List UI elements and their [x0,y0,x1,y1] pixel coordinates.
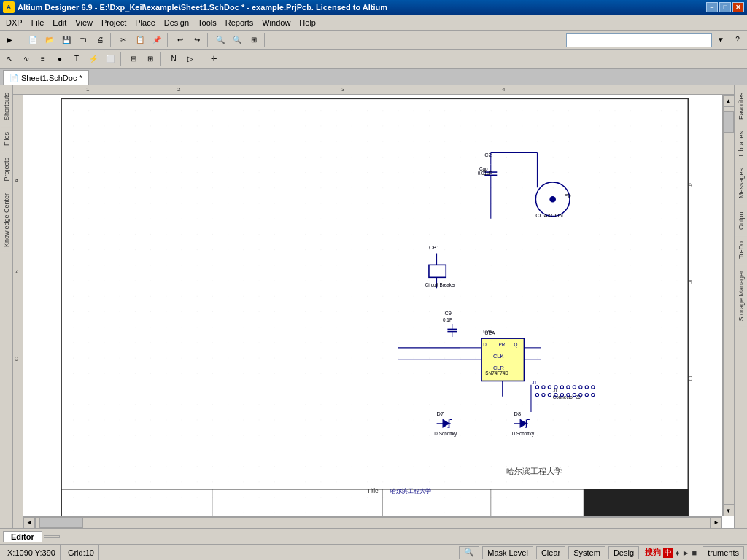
menu-item-edit[interactable]: Edit [48,17,71,28]
align-btn[interactable]: ⊟ [125,51,142,67]
sidebar-favorites[interactable]: Favorites [735,88,747,125]
svg-text:COAXCON: COAXCON [535,212,562,219]
tab-area: 📄 Sheet1.SchDoc * [0,69,747,85]
menu-item-dxp[interactable]: DXP [1,17,27,28]
dxp-button[interactable]: ▶ [1,32,18,48]
zoom-in-btn[interactable]: 🔍 [212,32,228,48]
sep-t4 [201,52,204,66]
junction-btn[interactable]: ● [52,51,68,67]
menu-item-view[interactable]: View [71,17,97,28]
hscroll-right-btn[interactable]: ► [711,517,722,529]
schematic[interactable]: A B C C2 Cap 0.01uF P0 [23,95,734,528]
new-btn[interactable]: 📄 [25,32,41,48]
sidebar-knowledge[interactable]: Knowledge Center [1,188,12,252]
cross-probe-btn[interactable]: ✛ [206,51,222,67]
label-btn[interactable]: T [69,51,85,67]
distribute-btn[interactable]: ⊞ [142,51,158,67]
sidebar-storage[interactable]: Storage Manager [735,265,747,327]
menu-item-reports[interactable]: Reports [221,17,258,28]
comp-btn[interactable]: ⬜ [102,51,118,67]
svg-text:0.1F: 0.1F [443,317,452,322]
svg-text:CLK: CLK [493,353,503,359]
design-btn[interactable]: Desig [608,546,639,559]
bus-btn[interactable]: ≡ [35,51,51,67]
vscroll-thumb[interactable] [724,111,734,133]
menu-item-file[interactable]: File [27,17,49,28]
copy-btn[interactable]: 📋 [132,32,148,48]
close-button[interactable]: ✕ [732,2,744,12]
sidebar-output[interactable]: Output [735,205,747,235]
vscroll-up-btn[interactable]: ▲ [723,95,735,106]
svg-text:J1: J1 [532,380,537,385]
help-btn[interactable]: ? [729,32,746,48]
sidebar-messages[interactable]: Messages [735,163,747,203]
mask-level-label: Mask Level [487,548,528,557]
save-btn[interactable]: 💾 [58,32,74,48]
sidebar-todo[interactable]: To-Do [735,236,747,264]
horizontal-scrollbar[interactable]: ◄ ► [23,516,722,528]
svg-text:C: C [14,357,19,361]
hscroll-track[interactable] [35,517,711,529]
path-browse-btn[interactable]: ▼ [713,32,729,48]
wire-btn[interactable]: ∿ [18,51,34,67]
netlist-btn[interactable]: N [166,51,182,67]
cut-btn[interactable]: ✂ [115,32,131,48]
svg-text:哈尔滨工程大学: 哈尔滨工程大学 [506,467,562,475]
sogou-icon[interactable]: 搜狗 [645,547,661,558]
magnifier-btn[interactable]: 🔍 [459,546,479,559]
menu-item-design[interactable]: Design [160,17,193,28]
menu-item-window[interactable]: Window [258,17,295,28]
hscroll-left-btn[interactable]: ◄ [23,517,35,529]
menu-item-place[interactable]: Place [131,17,160,28]
svg-text:Circuit Breaker: Circuit Breaker [425,282,457,287]
svg-text:Q: Q [514,342,518,348]
sidebar-libraries[interactable]: Libraries [735,126,747,162]
sep-t2 [120,52,123,66]
compile-btn[interactable]: ▷ [182,51,198,67]
grid-display: Grid:10 [63,545,99,560]
zoom-out-btn[interactable]: 🔍 [229,32,245,48]
tab-editor[interactable]: Editor [3,531,42,542]
open-btn[interactable]: 📂 [42,32,58,48]
doc-tab-sheet1[interactable]: 📄 Sheet1.SchDoc * [3,70,89,85]
canvas-area: 1 2 3 4 A B C [13,85,734,528]
minimize-button[interactable]: − [706,2,718,12]
svg-point-21 [549,196,555,202]
tab-extra[interactable] [44,535,60,538]
svg-rect-5 [61,98,688,520]
redo-btn[interactable]: ↪ [189,32,205,48]
hscroll-thumb[interactable] [39,518,83,528]
sidebar-projects[interactable]: Projects [1,152,12,187]
mask-level-btn[interactable]: Mask Level [482,546,533,559]
sidebar-shortcuts[interactable]: Shortcuts [1,88,12,125]
fit-btn[interactable]: ⊞ [246,32,262,48]
save-all-btn[interactable]: 🗃 [75,32,91,48]
svg-text:哈尔滨工程大学: 哈尔滨工程大学 [390,487,431,494]
instruments-btn[interactable]: truments [703,546,744,559]
chinese-icon[interactable]: 中 [663,548,673,558]
path-input[interactable]: E:\Dxp_Keil\example\Sheet1.SchI... [566,33,712,47]
paste-btn[interactable]: 📌 [149,32,165,48]
statusbar: X:1090 Y:390 Grid:10 🔍 Mask Level Clear … [0,544,747,560]
svg-text:PR: PR [498,342,505,347]
menu-item-tools[interactable]: Tools [193,17,221,28]
svg-text:C: C [688,375,692,382]
svg-text:D7: D7 [437,411,444,417]
right-sidebar: Favorites Libraries Messages Output To-D… [734,85,747,528]
toolbar-row-1: ▶ 📄 📂 💾 🗃 🖨 ✂ 📋 📌 ↩ ↪ 🔍 🔍 ⊞ E:\Dxp_Keil\… [0,31,747,50]
vertical-scrollbar[interactable]: ▲ ▼ [722,95,734,516]
vscroll-down-btn[interactable]: ▼ [723,505,735,516]
print-btn[interactable]: 🖨 [92,32,108,48]
svg-text:SN74F74D: SN74F74D [485,370,508,376]
menu-item-project[interactable]: Project [97,17,131,28]
undo-btn[interactable]: ↩ [172,32,188,48]
power-btn[interactable]: ⚡ [85,51,101,67]
maximize-button[interactable]: □ [719,2,731,12]
svg-text:Title: Title [367,487,379,494]
sidebar-files[interactable]: Files [1,127,12,151]
clear-btn[interactable]: Clear [536,546,565,559]
system-btn[interactable]: System [568,546,605,559]
menu-item-help[interactable]: Help [295,17,320,28]
vscroll-track[interactable] [723,106,735,505]
select-btn[interactable]: ↖ [1,51,18,67]
